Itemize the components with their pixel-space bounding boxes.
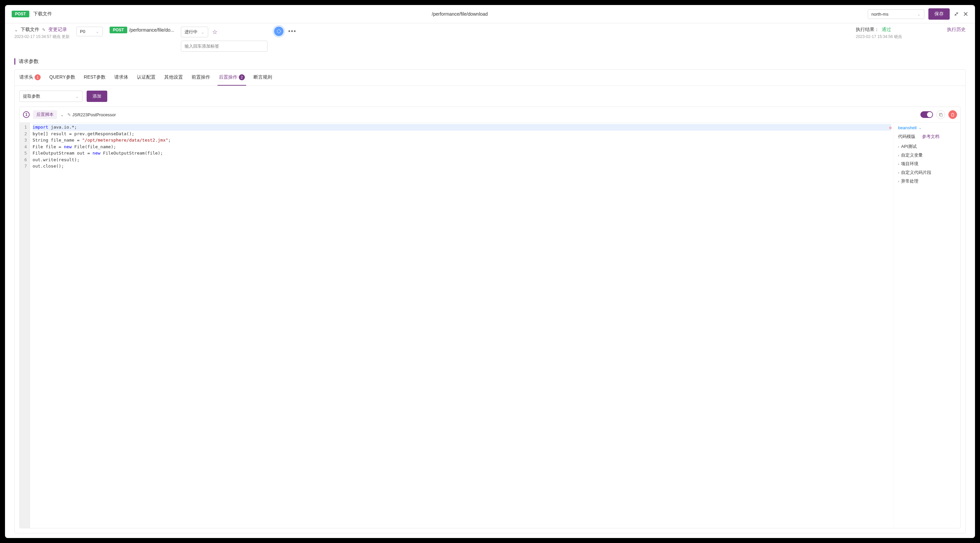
tab-QUERY参数[interactable]: QUERY参数: [48, 70, 76, 86]
language-value: beanshell: [898, 125, 917, 130]
tab-认证配置[interactable]: 认证配置: [135, 70, 157, 86]
run-button[interactable]: [274, 27, 283, 36]
result-label: 执行结果：: [856, 27, 879, 33]
history-link[interactable]: 执行历史: [947, 27, 966, 33]
processor-name-text: JSR223PostProcessor: [72, 112, 116, 117]
update-meta: 2023-02-17 15:34:57 晓燕 更新: [14, 34, 70, 40]
tree-item[interactable]: ›自定义变量: [898, 151, 956, 159]
tab-label: 断言规则: [253, 74, 272, 80]
language-select[interactable]: beanshell ⌄: [898, 125, 956, 130]
tab-REST参数[interactable]: REST参数: [83, 70, 107, 86]
tab-label: 前置操作: [191, 74, 210, 80]
more-icon[interactable]: •••: [288, 28, 296, 35]
tree-item[interactable]: ›自定义代码片段: [898, 168, 956, 177]
collapse-icon[interactable]: [954, 11, 959, 17]
script-side-panel: beanshell ⌄ 代码模版 参考文档 ›API测试›自定义变量›项目环境›…: [894, 123, 960, 528]
tab-label: 认证配置: [137, 74, 156, 80]
add-button[interactable]: 添加: [87, 91, 107, 102]
section-title: 请求参数: [14, 58, 966, 65]
tree-item-label: 异常处理: [901, 178, 918, 184]
edit-icon[interactable]: ✎: [67, 112, 71, 117]
api-name: 下载文件: [21, 27, 39, 33]
topbar-title: 下载文件: [33, 11, 52, 17]
editor-area: 1234567 import java.io.*;byte[] result =…: [20, 123, 960, 528]
svg-point-0: [277, 30, 280, 33]
chevron-right-icon: ›: [898, 162, 899, 166]
topbar-path: /performance/file/download: [56, 11, 864, 17]
tab-请求体[interactable]: 请求体: [113, 70, 130, 86]
request-params-panel: 请求头1QUERY参数REST参数请求体认证配置其他设置前置操作后置操作2断言规…: [14, 69, 966, 533]
sub-right: 执行结果： 通过 执行历史 2023-02-17 15:34:56 晓燕: [856, 27, 966, 40]
tab-后置操作[interactable]: 后置操作2: [218, 70, 246, 86]
tab-label: QUERY参数: [49, 74, 75, 80]
edit-icon[interactable]: ✎: [42, 27, 46, 32]
tab-其他设置[interactable]: 其他设置: [163, 70, 184, 86]
tab-请求头[interactable]: 请求头1: [18, 70, 42, 86]
tab-badge: 2: [239, 74, 245, 80]
change-log-link[interactable]: 变更记录: [48, 27, 67, 33]
svg-rect-2: [940, 114, 942, 116]
save-button[interactable]: 保存: [928, 8, 950, 20]
ref-doc-link[interactable]: 参考文档: [922, 134, 939, 140]
tab-label: 请求体: [114, 74, 128, 80]
tab-前置操作[interactable]: 前置操作: [190, 70, 212, 86]
tree-item-label: 自定义代码片段: [901, 170, 931, 175]
chevron-down-icon[interactable]: ⌄: [60, 112, 64, 117]
script-header: 1 后置脚本 ⌄ ✎ JSR223PostProcessor: [20, 107, 960, 123]
close-icon[interactable]: [963, 11, 968, 17]
topbar: POST 下载文件 /performance/file/download nor…: [5, 5, 975, 23]
chevron-right-icon: ›: [898, 145, 899, 148]
chevron-down-icon: ⌄: [917, 12, 921, 17]
env-select[interactable]: north-ms ⌄: [868, 10, 924, 19]
result-meta: 2023-02-17 15:34:56 晓燕: [856, 34, 902, 40]
tab-badge: 1: [35, 74, 41, 80]
chevron-right-icon: ›: [898, 154, 899, 157]
subheader: ⌄ 下载文件 ✎ 变更记录 2023-02-17 15:34:57 晓燕 更新 …: [5, 23, 975, 55]
extract-param-select[interactable]: 提取参数 ⌄: [19, 91, 83, 102]
tree-item[interactable]: ›异常处理: [898, 177, 956, 186]
delete-button[interactable]: [948, 110, 957, 119]
chevron-right-icon: ›: [898, 180, 899, 183]
tree-item[interactable]: ›API测试: [898, 142, 956, 151]
tab-label: 后置操作: [219, 74, 237, 80]
status-value: 进行中: [185, 29, 197, 35]
code-template-label: 代码模版: [898, 134, 915, 140]
script-type-tag: 后置脚本: [33, 110, 57, 119]
tree-item[interactable]: ›项目环境: [898, 159, 956, 168]
copy-button[interactable]: [936, 110, 945, 119]
method-tag-sub: POST: [110, 27, 127, 33]
result-value: 通过: [882, 27, 891, 33]
template-tree: ›API测试›自定义变量›项目环境›自定义代码片段›异常处理: [898, 142, 956, 186]
tree-item-label: 自定义变量: [901, 152, 923, 158]
tabs: 请求头1QUERY参数REST参数请求体认证配置其他设置前置操作后置操作2断言规…: [15, 70, 965, 86]
line-gutter: 1234567: [20, 123, 30, 528]
tab-断言规则[interactable]: 断言规则: [252, 70, 274, 86]
method-tag: POST: [12, 11, 29, 18]
enable-toggle[interactable]: [920, 111, 933, 118]
extract-placeholder: 提取参数: [23, 93, 40, 99]
star-icon[interactable]: ☆: [212, 28, 218, 36]
env-select-value: north-ms: [872, 12, 888, 17]
tab-label: REST参数: [84, 74, 106, 80]
tree-item-label: API测试: [901, 143, 917, 150]
priority-value: P0: [80, 29, 85, 34]
chevron-down-icon[interactable]: ⌄: [14, 27, 18, 32]
sub-left: ⌄ 下载文件 ✎ 变更记录 2023-02-17 15:34:57 晓燕 更新: [14, 27, 70, 40]
path-truncated: /performance/file/do...: [129, 27, 174, 33]
step-number: 1: [23, 111, 30, 118]
collapse-code-icon[interactable]: ⊖: [889, 124, 892, 131]
tree-item-label: 项目环境: [901, 161, 918, 167]
sub-center: 进行中 ⌄ ☆: [181, 27, 267, 52]
tab-label: 其他设置: [164, 74, 183, 80]
tab-content-post-action: 提取参数 ⌄ 添加 1 后置脚本 ⌄ ✎ JSR223PostProcessor: [15, 86, 965, 533]
code-editor[interactable]: 1234567 import java.io.*;byte[] result =…: [20, 123, 894, 528]
chevron-down-icon: ⌄: [201, 30, 205, 35]
code-lines[interactable]: import java.io.*;byte[] result = prev.ge…: [30, 123, 894, 528]
script-block: 1 后置脚本 ⌄ ✎ JSR223PostProcessor: [19, 107, 961, 528]
chevron-down-icon: ⌄: [919, 126, 921, 130]
status-select[interactable]: 进行中 ⌄: [181, 27, 208, 37]
tag-input[interactable]: [181, 41, 267, 52]
processor-name: ✎ JSR223PostProcessor: [67, 112, 116, 117]
app-window: POST 下载文件 /performance/file/download nor…: [5, 5, 975, 538]
priority-select[interactable]: P0 ⌄: [76, 27, 103, 36]
